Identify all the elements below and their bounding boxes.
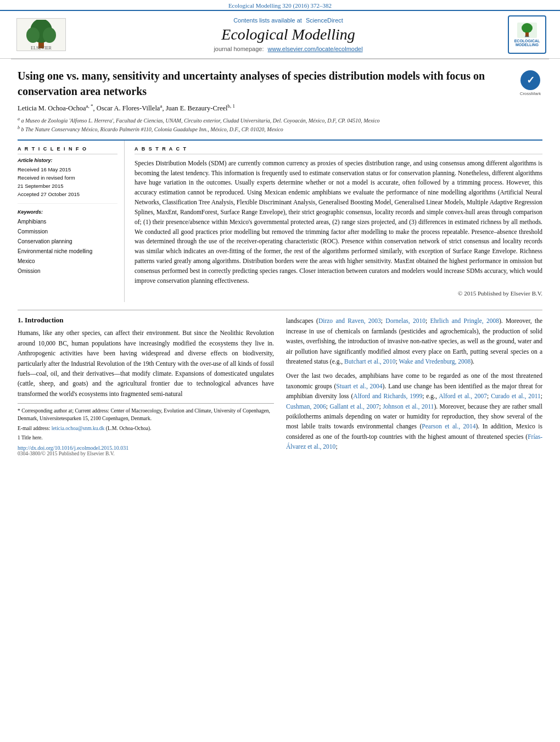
intro-para1: Humans, like any other species, can affe… [18,328,274,399]
ref-alford1999[interactable]: Alford and Richards, 1999 [353,393,422,399]
ref-gallant[interactable]: Gallant et al., 2007 [330,403,379,410]
crossmark-icon: ✓ [520,70,540,90]
copyright-line: © 2015 Published by Elsevier B.V. [135,290,542,297]
svg-text:ELSEVIER: ELSEVIER [31,46,52,50]
article-info-abstract: A R T I C L E I N F O Article history: R… [18,140,542,303]
affiliation-b: b b The Nature Conservancy México, Ricar… [18,125,542,133]
affiliations: a a Museo de Zoología 'Alfonso L. Herrer… [18,116,542,134]
affiliation-a: a a Museo de Zoología 'Alfonso L. Herrer… [18,116,542,125]
authors-line: Leticia M. Ochoa-Ochoaa, *, Oscar A. Flo… [18,103,542,113]
ref-ehrlich[interactable]: Ehrlich and Pringle, 2008 [430,317,499,324]
ref-frias[interactable]: Frías-Álvarez et al., 2010 [286,433,542,450]
footnote-1: 1 Title here. [18,434,274,442]
body-col-left: 1. Introduction Humans, like any other s… [18,316,274,456]
eco-modelling-badge: ECO ECOLOGICAL MODELLING [508,15,546,54]
intro-heading: 1. Introduction [18,316,274,325]
article-info-column: A R T I C L E I N F O Article history: R… [18,141,125,303]
keywords-list: Amphibians Commission Conservation plann… [18,217,117,276]
svg-point-2 [26,27,40,43]
footnote-email-link[interactable]: leticia.ochoa@snm.ku.dk [52,426,105,431]
homepage-url[interactable]: www.elsevier.com/locate/ecolmodel [268,46,363,52]
footnotes-area: * Corresponding author at; Current addre… [18,403,274,442]
keyword-conservation: Conservation planning [18,237,117,247]
article-history-label: Article history: [18,158,117,163]
article-title: Using one vs. many, sensitivity and unce… [18,68,513,99]
elsevier-logo: ELSEVIER [11,18,71,51]
intro-para-right2: Over the last two decades, amphibians ha… [286,371,542,451]
keyword-env-niche: Environmental niche modelling [18,247,117,256]
ref-dirzo[interactable]: Dirzo and Raven, 2003 [318,317,381,324]
journal-title-block: Contents lists available at ScienceDirec… [77,17,500,52]
ref-johnson[interactable]: Johnson et al., 2011 [383,403,434,410]
ref-stuart[interactable]: Stuart et al., 2004 [336,383,382,389]
ref-cushman[interactable]: Cushman, 2006 [286,403,326,410]
footnote-email: E-mail address: leticia.ochoa@snm.ku.dk … [18,425,274,432]
svg-text:ECO: ECO [525,35,530,38]
abstract-heading: A B S T R A C T [135,146,542,154]
doi-link[interactable]: http://dx.doi.org/10.1016/j.ecolmodel.20… [18,445,128,451]
ref-alford2007[interactable]: Alford et al., 2007 [439,393,487,399]
keyword-amphibians: Amphibians [18,217,117,227]
doi-line: http://dx.doi.org/10.1016/j.ecolmodel.20… [18,445,274,451]
crossmark-badge: ✓ CrossMark [518,70,542,96]
intro-para-right1: landscapes (Dirzo and Raven, 2003; Dorne… [286,316,542,366]
ref-pearson[interactable]: Pearson et al., 2014 [422,423,475,429]
elsevier-tree-image: ELSEVIER [16,18,66,51]
ref-dornelas[interactable]: Dornelas, 2010 [385,317,425,324]
article-body: 1. Introduction Humans, like any other s… [18,316,542,456]
journal-badge: ECO ECOLOGICAL MODELLING [505,15,549,54]
journal-banner: ELSEVIER Contents lists available at Sci… [0,10,560,59]
article-dates: Received 16 May 2015 Received in revised… [18,165,117,199]
keywords-section: Keywords: Amphibians Commission Conserva… [18,209,117,281]
keyword-commission: Commission [18,227,117,237]
keyword-omission: Omission [18,266,117,276]
issn-line: 0304-3800/© 2015 Published by Elsevier B… [18,451,274,456]
article-history-section: Article history: Received 16 May 2015 Re… [18,158,117,204]
article-title-row: Using one vs. many, sensitivity and unce… [18,68,542,99]
article-info-heading: A R T I C L E I N F O [18,146,117,154]
svg-point-3 [43,27,56,43]
svg-point-6 [522,23,533,33]
contents-available-line: Contents lists available at ScienceDirec… [77,17,500,24]
journal-vol-ref: Ecological Modelling 320 (2016) 372–382 [0,0,560,10]
abstract-column: A B S T R A C T Species Distribution Mod… [125,141,542,303]
crossmark-label: CrossMark [520,91,541,96]
keywords-label: Keywords: [18,209,117,215]
ref-butchart[interactable]: Butchart et al., 2010 [344,358,396,365]
journal-title: Ecological Modelling [77,26,500,43]
footnote-star: * Corresponding author at; Current addre… [18,407,274,423]
abstract-text: Species Distribution Models (SDM) are cu… [135,159,542,286]
homepage-line: journal homepage: www.elsevier.com/locat… [77,46,500,52]
ref-curado[interactable]: Curado et al., 2011 [491,393,541,399]
body-col-right: landscapes (Dirzo and Raven, 2003; Dorne… [286,316,542,456]
ref-wake[interactable]: Wake and Vredenburg, 2008 [399,358,471,365]
keyword-mexico: Mexico [18,256,117,266]
